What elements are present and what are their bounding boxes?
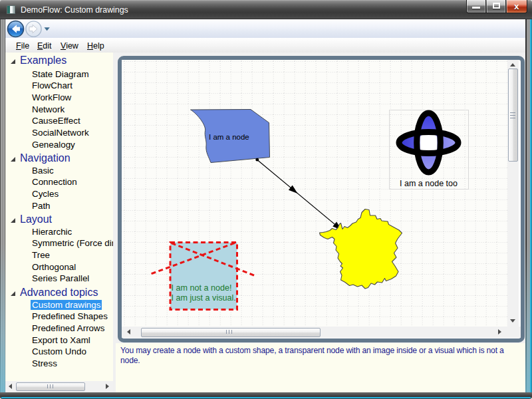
svg-text:I am just a visual.: I am just a visual. bbox=[172, 293, 236, 303]
svg-text:I am not a node!: I am not a node! bbox=[172, 283, 232, 293]
svg-text:I am a node: I am a node bbox=[209, 133, 249, 141]
svg-text:I am a node too: I am a node too bbox=[400, 179, 458, 188]
